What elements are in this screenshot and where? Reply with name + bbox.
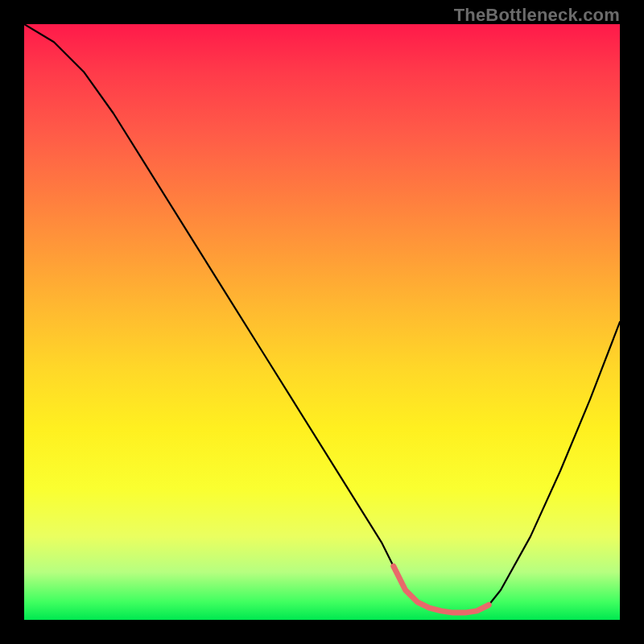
chart-container: TheBottleneck.com	[0, 0, 644, 644]
highlight-segment	[394, 566, 489, 613]
plot-area	[24, 24, 620, 620]
watermark-label: TheBottleneck.com	[454, 5, 620, 26]
chart-svg	[24, 24, 620, 620]
curve-line	[24, 24, 620, 613]
